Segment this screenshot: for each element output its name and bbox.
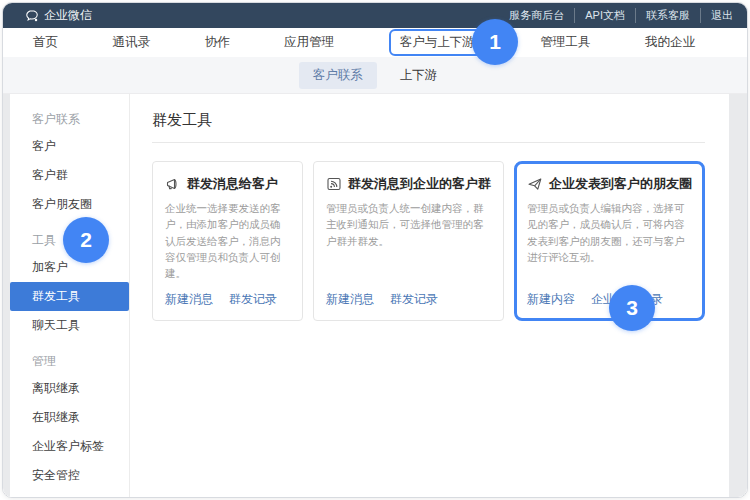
paper-plane-icon <box>527 176 543 192</box>
new-content-link[interactable]: 新建内容 <box>527 291 575 308</box>
chat-bubble-icon <box>25 9 39 23</box>
card-description: 管理员或负责人统一创建内容，群主收到通知后，可选择他管理的客户群并群发。 <box>326 200 491 249</box>
topbar-link-support[interactable]: 联系客服 <box>635 8 690 23</box>
card-head: 群发消息到企业的客户群 <box>326 175 491 193</box>
annotation-step-3: 3 <box>609 285 655 331</box>
wechat-work-logo[interactable]: 企业微信 <box>25 7 92 24</box>
sidebar-item-security-control[interactable]: 安全管控 <box>10 461 129 490</box>
top-bar: 企业微信 服务商后台 API文档 联系客服 退出 <box>3 3 747 28</box>
topbar-link-logout[interactable]: 退出 <box>700 8 733 23</box>
card-links: 新建消息 群发记录 <box>165 281 290 308</box>
mass-message-history-link[interactable]: 群发记录 <box>390 291 438 308</box>
sidebar-item-mass-messaging-tools[interactable]: 群发工具 <box>10 282 129 311</box>
nav-item-my-company[interactable]: 我的企业 <box>645 34 695 51</box>
subtab-strip: 客户联系 上下游 <box>3 57 747 94</box>
card-title: 群发消息给客户 <box>187 175 278 193</box>
card-head: 群发消息给客户 <box>165 175 290 193</box>
card-title: 企业发表到客户的朋友圈 <box>549 175 692 193</box>
topbar-links: 服务商后台 API文档 联系客服 退出 <box>509 8 733 23</box>
left-gutter <box>3 94 10 497</box>
page-title: 群发工具 <box>152 110 705 130</box>
card-description: 管理员或负责人编辑内容，选择可见的客户，成员确认后，可将内容发表到客户的朋友圈，… <box>527 200 692 265</box>
card-title: 群发消息到企业的客户群 <box>348 175 491 193</box>
admin-console-window: 企业微信 服务商后台 API文档 联系客服 退出 首页 通讯录 协作 应用管理 … <box>2 2 748 498</box>
sidebar-item-customer-groups[interactable]: 客户群 <box>10 161 129 190</box>
logo-text: 企业微信 <box>44 7 92 24</box>
sidebar-section-management: 管理 <box>10 348 129 374</box>
tab-upstream-downstream[interactable]: 上下游 <box>386 62 452 89</box>
topbar-link-api-docs[interactable]: API文档 <box>574 8 625 23</box>
tab-customer-contact[interactable]: 客户联系 <box>299 62 377 89</box>
main-nav: 首页 通讯录 协作 应用管理 客户与上下游 管理工具 我的企业 <box>3 28 747 57</box>
nav-item-apps[interactable]: 应用管理 <box>284 34 334 51</box>
right-gutter <box>729 94 747 497</box>
new-message-link[interactable]: 新建消息 <box>165 291 213 308</box>
card-description: 企业统一选择要发送的客户，由添加客户的成员确认后发送给客户，消息内容仅管理员和负… <box>165 200 290 281</box>
card-publish-to-customer-moments: 企业发表到客户的朋友圈 管理员或负责人编辑内容，选择可见的客户，成员确认后，可将… <box>514 161 705 321</box>
title-divider <box>152 142 705 143</box>
card-head: 企业发表到客户的朋友圈 <box>527 175 692 193</box>
annotation-step-2: 2 <box>63 217 109 263</box>
card-links: 新建消息 群发记录 <box>326 281 491 308</box>
nav-item-admin-tools[interactable]: 管理工具 <box>540 34 590 51</box>
new-message-link[interactable]: 新建消息 <box>326 291 374 308</box>
sidebar-item-chat-tools[interactable]: 聊天工具 <box>10 311 129 340</box>
card-mass-message-to-customers: 群发消息给客户 企业统一选择要发送的客户，由添加客户的成员确认后发送给客户，消息… <box>152 161 303 321</box>
sidebar-item-add-customers[interactable]: 加客户 <box>10 253 129 282</box>
mass-message-history-link[interactable]: 群发记录 <box>229 291 277 308</box>
sidebar-item-customer-tags[interactable]: 企业客户标签 <box>10 432 129 461</box>
card-mass-message-to-customer-groups: 群发消息到企业的客户群 管理员或负责人统一创建内容，群主收到通知后，可选择他管理… <box>313 161 504 321</box>
nav-item-collaboration[interactable]: 协作 <box>205 34 230 51</box>
sidebar: 客户联系 客户 客户群 客户朋友圈 工具 加客户 群发工具 聊天工具 管理 离职… <box>10 94 130 497</box>
sidebar-item-resigned-handover[interactable]: 离职继承 <box>10 374 129 403</box>
nav-item-home[interactable]: 首页 <box>33 34 58 51</box>
sidebar-item-onjob-handover[interactable]: 在职继承 <box>10 403 129 432</box>
broadcast-icon <box>326 176 342 192</box>
nav-item-contacts[interactable]: 通讯录 <box>113 34 151 51</box>
megaphone-icon <box>165 176 181 192</box>
topbar-link-provider[interactable]: 服务商后台 <box>509 8 564 23</box>
annotation-step-1: 1 <box>472 19 518 65</box>
sidebar-section-customer-contact: 客户联系 <box>10 106 129 132</box>
sidebar-item-customers[interactable]: 客户 <box>10 132 129 161</box>
sidebar-item-customer-moments[interactable]: 客户朋友圈 <box>10 190 129 219</box>
